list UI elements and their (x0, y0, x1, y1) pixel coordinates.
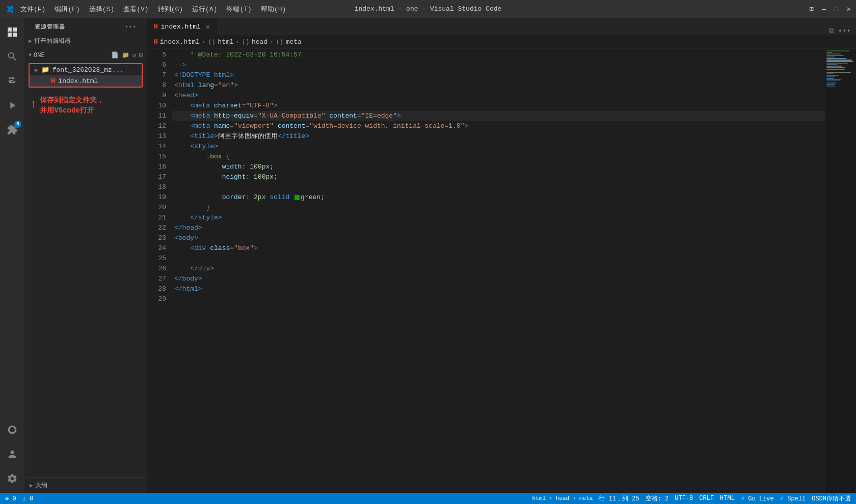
status-spaces[interactable]: 空格: 2 (646, 494, 669, 503)
breadcrumb-head[interactable]: head (252, 38, 268, 46)
minimap-line-5 (826, 57, 835, 58)
vscode-logo-icon (5, 5, 14, 14)
activity-explorer[interactable] (2, 22, 22, 42)
code-line-16: width: 100px; (172, 162, 825, 172)
breadcrumb-html[interactable]: html (218, 38, 233, 46)
folder-item-font[interactable]: ▶ 📁 font_3262028_mz... (30, 64, 142, 75)
breadcrumb-html-icon: H (154, 38, 158, 46)
maximize-button[interactable]: ☐ (834, 5, 838, 13)
minimap-line-20 (826, 79, 841, 80)
code-with-minimap: 5 6 7 8 9 10 11 12 13 14 15 16 17 18 19 … (147, 49, 856, 493)
menu-view[interactable]: 查看(V) (123, 5, 148, 14)
tab-bar: H index.html ✕ ⧉ ••• (147, 18, 856, 36)
tab-close-button[interactable]: ✕ (206, 22, 210, 31)
titlebar-menu[interactable]: 文件(F) 编辑(E) 选择(S) 查看(V) 转到(G) 运行(A) 终端(T… (20, 5, 286, 14)
status-breadcrumb: html › head › meta (532, 495, 593, 501)
code-line-6: --> (172, 60, 825, 70)
refresh-icon[interactable]: ↺ (132, 51, 136, 59)
menu-goto[interactable]: 转到(G) (158, 5, 183, 14)
code-line-27: </body> (172, 274, 825, 284)
activity-source-control[interactable] (2, 71, 22, 91)
code-editor[interactable]: 5 6 7 8 9 10 11 12 13 14 15 16 17 18 19 … (147, 49, 825, 493)
activity-extensions[interactable]: 8 (2, 120, 22, 140)
code-line-23: <body> (172, 233, 825, 243)
code-line-11: <meta http-equiv="X-UA-Compatible" conte… (172, 111, 825, 121)
status-bar: ⊗ 0 ⚠ 0 html › head › meta 行 11，列 25 空格:… (0, 493, 856, 504)
folder-name-font: font_3262028_mz... (52, 66, 124, 74)
code-line-13: <title>阿里字体图标的使用</title> (172, 131, 825, 142)
breadcrumb-file[interactable]: index.html (160, 38, 200, 46)
file-item-index[interactable]: H index.html (30, 75, 142, 87)
menu-help[interactable]: 帮助(H) (261, 5, 286, 14)
status-spell[interactable]: ✓ Spell (780, 495, 806, 502)
minimap-line-3 (826, 53, 841, 54)
activity-settings[interactable] (2, 468, 22, 489)
explorer-section: ▶ 📁 font_3262028_mz... H index.html (29, 63, 143, 88)
file-name-index: index.html (58, 77, 98, 85)
close-button[interactable]: ✕ (847, 5, 851, 13)
menu-terminal[interactable]: 终端(T) (226, 5, 251, 14)
menu-select[interactable]: 选择(S) (89, 5, 114, 14)
code-line-22: </head> (172, 223, 825, 233)
menu-file[interactable]: 文件(F) (20, 5, 45, 14)
project-actions[interactable]: 📄 📁 ↺ ⊟ (111, 51, 143, 59)
menu-edit[interactable]: 编辑(E) (55, 5, 79, 14)
annotation-label: 保存到指定文件夹，并用VScode打开 (40, 96, 104, 116)
minimap-line-1 (826, 50, 849, 51)
warning-count[interactable]: ⚠ 0 (22, 495, 34, 502)
minimap-line-10 (826, 64, 838, 65)
error-count[interactable]: ⊗ 0 (5, 495, 16, 502)
breadcrumb-tag-icon-1: ⟨⟩ (208, 38, 216, 46)
status-osdn[interactable]: OSDN你猜不透 (812, 494, 851, 503)
open-editors-section: ▶ 打开的编辑器 (24, 34, 147, 48)
titlebar: 文件(F) 编辑(E) 选择(S) 查看(V) 转到(G) 运行(A) 终端(T… (0, 0, 856, 18)
code-line-12: <meta name="viewport" content="width=dev… (172, 121, 825, 131)
minimap (825, 49, 856, 493)
project-header[interactable]: ▼ ONE 📄 📁 ↺ ⊟ (24, 49, 147, 61)
sidebar-title: 资源管理器 ••• (24, 18, 147, 34)
code-content[interactable]: * @Date: 2022-03-20 16:54:57 --> <!DOCTY… (172, 49, 825, 493)
minimap-line-7 (826, 60, 852, 61)
status-warnings[interactable]: ⚠ 0 (22, 495, 34, 502)
tab-right-actions[interactable]: ⧉ ••• (829, 27, 856, 35)
layout-icon[interactable]: ⊞ (809, 5, 813, 13)
minimap-line-6 (826, 58, 846, 59)
titlebar-controls[interactable]: ⊞ — ☐ ✕ (809, 5, 851, 13)
open-editors-header[interactable]: ▶ 打开的编辑器 (24, 35, 147, 47)
breadcrumb-meta[interactable]: meta (286, 38, 302, 46)
new-file-icon[interactable]: 📄 (111, 51, 119, 59)
line-numbers: 5 6 7 8 9 10 11 12 13 14 15 16 17 18 19 … (147, 49, 172, 493)
minimap-line-17 (826, 75, 839, 76)
titlebar-title: index.html - one - Visual Studio Code (355, 5, 502, 13)
minimap-line-9 (826, 63, 848, 64)
code-line-28: </html> (172, 284, 825, 294)
outline-header[interactable]: ▶ 大纲 (24, 478, 147, 493)
status-go-live[interactable]: ⚡ Go Live (741, 495, 774, 502)
minimap-line-2 (826, 52, 832, 53)
minimize-button[interactable]: — (822, 5, 826, 13)
activity-run-debug[interactable] (2, 95, 22, 116)
status-language[interactable]: HTML (720, 495, 735, 502)
status-position[interactable]: 行 11，列 25 (599, 494, 639, 503)
collapse-icon[interactable]: ⊟ (139, 51, 143, 59)
breadcrumb-sep-3: › (270, 38, 274, 46)
activity-bar: 8 (0, 18, 24, 493)
menu-run[interactable]: 运行(A) (192, 5, 217, 14)
minimap-line-4 (826, 55, 844, 56)
status-encoding[interactable]: UTF-8 (675, 495, 693, 502)
status-errors[interactable]: ⊗ 0 (5, 495, 16, 502)
status-line-endings[interactable]: CRLF (699, 495, 714, 502)
sidebar-title-icons[interactable]: ••• (125, 24, 137, 30)
sidebar-more-icon[interactable]: ••• (125, 24, 137, 30)
activity-remote[interactable] (2, 419, 22, 440)
more-actions-icon[interactable]: ••• (838, 27, 851, 35)
split-editor-icon[interactable]: ⧉ (829, 27, 834, 35)
activity-search[interactable] (2, 46, 22, 67)
new-folder-icon[interactable]: 📁 (122, 51, 129, 59)
code-line-21: </style> (172, 213, 825, 223)
activity-account[interactable] (2, 444, 22, 464)
project-name: ONE (34, 52, 45, 59)
open-editors-label: 打开的编辑器 (34, 37, 71, 45)
tab-index-html[interactable]: H index.html ✕ (147, 18, 217, 35)
minimap-line-15 (826, 72, 851, 73)
